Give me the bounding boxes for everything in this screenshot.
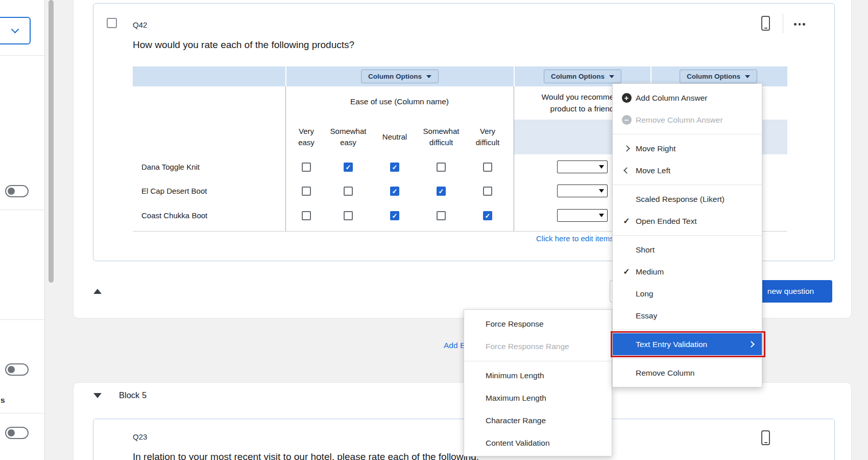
check-icon: ✓ <box>392 213 398 219</box>
sidebar-toggle-3[interactable] <box>5 427 29 439</box>
menu-item-remove-column-answer: − Remove Column Answer <box>613 109 762 131</box>
plus-circle-icon: + <box>622 93 632 103</box>
menu-item-minimum-length[interactable]: Minimum Length <box>464 364 612 387</box>
sidebar-divider <box>0 55 45 56</box>
question-text: In relation to your most recent visit to… <box>133 451 479 460</box>
menu-item-content-validation[interactable]: Content Validation <box>464 432 612 454</box>
matrix-checkbox[interactable]: ✓ <box>437 211 446 220</box>
edit-items-link[interactable]: Click here to edit items <box>536 234 614 243</box>
table-separator <box>514 66 515 86</box>
matrix-row-label[interactable]: Dana Toggle Knit <box>141 162 200 172</box>
matrix-checkbox[interactable]: ✓ <box>302 211 311 220</box>
matrix-checkbox[interactable]: ✓ <box>302 163 311 172</box>
column-answer-select[interactable] <box>557 185 608 197</box>
select-caret-icon <box>599 189 604 193</box>
matrix-checkbox[interactable]: ✓ <box>390 187 399 196</box>
scale-point-label[interactable]: Neutral <box>369 121 420 153</box>
question-text: How would you rate each of the following… <box>133 39 354 51</box>
scale-point-label[interactable]: Somewhat easy <box>323 121 374 153</box>
menu-item-move-right[interactable]: Move Right <box>613 137 762 159</box>
caret-down-icon <box>745 75 750 78</box>
select-caret-icon <box>599 165 604 169</box>
block-title[interactable]: Block 5 <box>119 390 147 400</box>
survey-editor-page: s Q42 How would you rate each of the fol… <box>0 0 868 460</box>
sidebar-cut-label: s <box>1 396 5 405</box>
menu-item-text-entry-validation[interactable]: Text Entry Validation <box>613 333 762 355</box>
sidebar-toggle-1[interactable] <box>5 185 29 197</box>
sidebar-toggle-2[interactable] <box>5 363 29 376</box>
matrix-checkbox[interactable]: ✓ <box>437 163 446 172</box>
chevron-down-icon <box>11 26 19 34</box>
collapse-block-icon[interactable] <box>93 289 102 294</box>
question-select-checkbox[interactable] <box>107 18 117 28</box>
table-separator <box>285 66 286 86</box>
menu-item-label: Move Right <box>636 144 676 153</box>
mobile-preview-icon[interactable] <box>761 16 770 31</box>
sidebar-divider <box>0 319 45 320</box>
matrix-checkbox[interactable]: ✓ <box>437 187 446 196</box>
checkmark-icon: ✓ <box>623 268 630 276</box>
matrix-checkbox[interactable]: ✓ <box>344 163 353 172</box>
question-id: Q42 <box>133 20 147 29</box>
matrix-checkbox[interactable]: ✓ <box>302 187 311 196</box>
menu-item-scaled-response[interactable]: Scaled Response (Likert) <box>613 188 762 210</box>
matrix-checkbox[interactable]: ✓ <box>483 163 492 172</box>
matrix-checkbox[interactable]: ✓ <box>390 211 399 220</box>
check-icon: ✓ <box>485 213 491 219</box>
menu-item-label: Add Column Answer <box>636 94 707 103</box>
menu-item-remove-column[interactable]: Remove Column <box>613 362 762 384</box>
chevron-left-icon <box>623 167 630 174</box>
menu-item-label: Move Left <box>636 166 670 175</box>
matrix-checkbox[interactable]: ✓ <box>483 211 492 220</box>
menu-item-label: Text Entry Validation <box>636 340 707 349</box>
menu-item-long[interactable]: Long <box>613 283 762 305</box>
question-id: Q23 <box>133 432 147 441</box>
question-options-icon[interactable] <box>794 23 805 26</box>
check-icon: ✓ <box>346 164 351 171</box>
scale-point-label[interactable]: Somewhat difficult <box>416 121 467 153</box>
menu-divider <box>613 358 762 359</box>
column-answer-select[interactable] <box>557 209 608 222</box>
check-icon: ✓ <box>439 188 444 195</box>
menu-item-label: Essay <box>636 311 657 320</box>
scrollbar[interactable] <box>49 0 54 283</box>
column-options-label: Column Options <box>551 73 605 80</box>
sidebar-dropdown[interactable] <box>0 17 31 44</box>
menu-item-move-left[interactable]: Move Left <box>613 159 762 181</box>
matrix-checkbox[interactable]: ✓ <box>344 211 353 220</box>
menu-item-force-response[interactable]: Force Response <box>464 313 612 335</box>
column-options-button-2[interactable]: Column Options <box>544 70 621 83</box>
menu-item-short[interactable]: Short <box>613 239 762 261</box>
column-group-name-1[interactable]: Ease of use (Column name) <box>285 97 514 106</box>
menu-item-open-ended-text[interactable]: ✓ Open Ended Text <box>613 210 762 232</box>
menu-divider <box>613 330 762 330</box>
menu-item-label: Long <box>636 289 653 298</box>
column-options-button-3[interactable]: Column Options <box>680 70 757 83</box>
checkmark-icon: ✓ <box>623 217 630 225</box>
menu-divider <box>464 361 612 361</box>
matrix-checkbox[interactable]: ✓ <box>483 187 492 196</box>
menu-item-label: Content Validation <box>486 439 550 448</box>
block-container-5: Block 5 Q23 In relation to your most rec… <box>73 382 852 460</box>
column-answer-select[interactable] <box>557 160 608 173</box>
menu-item-force-response-range: Force Response Range <box>464 335 612 358</box>
matrix-checkbox[interactable]: ✓ <box>344 187 353 196</box>
scale-point-label[interactable]: Very difficult <box>462 121 513 153</box>
menu-item-medium[interactable]: ✓ Medium <box>613 261 762 283</box>
matrix-row-label[interactable]: El Cap Desert Boot <box>141 186 207 196</box>
mobile-preview-icon[interactable] <box>761 430 770 445</box>
menu-item-character-range[interactable]: Character Range <box>464 409 612 432</box>
column-options-button-1[interactable]: Column Options <box>361 70 439 83</box>
submenu-arrow-icon <box>748 341 755 348</box>
menu-divider <box>613 134 762 134</box>
table-vline <box>285 86 286 231</box>
header-divider <box>783 14 783 33</box>
check-icon: ✓ <box>392 188 398 195</box>
matrix-checkbox[interactable]: ✓ <box>390 163 399 172</box>
menu-item-label: Character Range <box>486 416 546 425</box>
menu-item-essay[interactable]: Essay <box>613 305 762 327</box>
menu-item-add-column-answer[interactable]: + Add Column Answer <box>613 87 762 109</box>
menu-item-maximum-length[interactable]: Maximum Length <box>464 387 612 409</box>
expand-block-icon[interactable] <box>93 393 102 398</box>
matrix-row-label[interactable]: Coast Chukka Boot <box>141 211 207 221</box>
